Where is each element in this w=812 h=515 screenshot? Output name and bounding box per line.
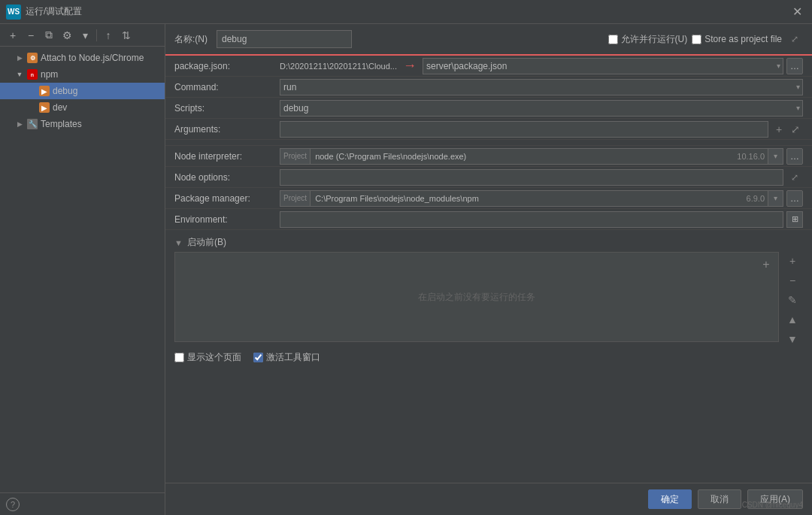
side-buttons: + − ✎ ▲ ▼	[783, 252, 801, 348]
before-launch-section: ▼ 启动前(B) 在启动之前没有要运行的任务 + + − ✎ ▲ ▼	[165, 230, 812, 345]
form-area: 名称:(N) 允许并行运行(U) Store as project file ⤢	[165, 24, 812, 483]
npm-label: npm	[41, 69, 58, 80]
close-button[interactable]: ✕	[788, 3, 806, 21]
allow-parallel-checkbox[interactable]	[608, 35, 618, 44]
dev-label: dev	[53, 102, 67, 113]
scripts-content: debug ▾	[280, 100, 803, 117]
before-launch-container: 在启动之前没有要运行的任务 + + − ✎ ▲ ▼	[174, 252, 779, 342]
before-launch-title: 启动前(B)	[187, 236, 226, 249]
ws-logo: WS	[6, 5, 21, 20]
expand-button[interactable]: ⤢	[786, 31, 803, 47]
interpreter-tag: Project	[280, 149, 311, 164]
bottom-checkboxes: 显示这个页面 激活工具窗口	[165, 345, 812, 370]
attach-icon: ⚙	[27, 53, 38, 63]
interpreter-version: 10.16.0	[737, 152, 768, 161]
package-json-select-wrapper: server\package.json ▾	[423, 58, 783, 74]
tree-item-attach[interactable]: ▶ ⚙ Attach to Node.js/Chrome	[0, 50, 165, 66]
arguments-expand-button[interactable]: ⤢	[788, 122, 803, 137]
tree-item-dev[interactable]: ▶ dev	[0, 99, 165, 116]
scripts-select[interactable]: debug	[280, 100, 803, 117]
tree-arrow-npm: ▼	[15, 70, 24, 79]
name-input[interactable]	[217, 30, 352, 48]
package-manager-version: 6.9.0	[747, 194, 768, 203]
interpreter-dropdown-button[interactable]: ▾	[768, 149, 783, 164]
tree-arrow-attach: ▶	[15, 53, 24, 62]
store-as-project-label[interactable]: Store as project file	[692, 34, 782, 44]
activate-tool-label[interactable]: 激活工具窗口	[253, 351, 320, 364]
attach-label: Attach to Node.js/Chrome	[41, 53, 144, 63]
package-manager-field: Project C:\Program Files\nodejs\node_mod…	[280, 190, 783, 207]
right-panel: 名称:(N) 允许并行运行(U) Store as project file ⤢	[165, 24, 812, 515]
package-json-label: package.json:	[174, 61, 280, 71]
command-label: Command:	[174, 82, 280, 92]
node-options-row: Node options: ⤢	[165, 167, 812, 188]
arguments-label: Arguments:	[174, 124, 280, 135]
arguments-input[interactable]	[280, 121, 768, 138]
checkbox-group: 允许并行运行(U) Store as project file ⤢	[608, 31, 803, 47]
package-manager-dropdown-button[interactable]: ▾	[768, 191, 783, 206]
debug-icon: ▶	[39, 86, 50, 96]
package-manager-content: Project C:\Program Files\nodejs\node_mod…	[280, 190, 803, 207]
spacer-row	[165, 140, 812, 146]
before-launch-add-button[interactable]: +	[759, 257, 774, 272]
environment-input[interactable]	[280, 211, 783, 228]
side-down-button[interactable]: ▼	[783, 330, 801, 348]
node-interpreter-label: Node interpreter:	[174, 151, 280, 162]
debug-label: debug	[53, 86, 77, 96]
help-button[interactable]: ?	[6, 498, 20, 511]
command-row: Command: run ▾	[165, 77, 812, 98]
environment-label: Environment:	[174, 214, 280, 225]
show-page-checkbox[interactable]	[174, 353, 184, 362]
before-launch-header: ▼ 启动前(B)	[174, 236, 803, 249]
node-options-expand-button[interactable]: ⤢	[786, 169, 803, 186]
package-json-path: D:\20201211\20201211\Cloud...	[280, 62, 397, 71]
allow-parallel-label[interactable]: 允许并行运行(U)	[608, 33, 688, 46]
ok-button[interactable]: 确定	[648, 489, 692, 509]
tree-item-templates[interactable]: ▶ 🔧 Templates	[0, 116, 165, 132]
activate-tool-checkbox[interactable]	[253, 353, 263, 362]
side-add-button[interactable]: +	[783, 252, 801, 270]
command-content: run ▾	[280, 79, 803, 95]
node-interpreter-content: Project node (C:\Program Files\nodejs\no…	[280, 148, 803, 165]
watermark: CSDN @niceguy4	[742, 501, 803, 509]
settings-config-button[interactable]: ⚙	[59, 27, 75, 44]
toolbar-separator	[96, 29, 97, 41]
tree-item-npm[interactable]: ▼ n npm	[0, 66, 165, 83]
interpreter-path: node (C:\Program Files\nodejs\node.exe)	[311, 152, 737, 161]
templates-label: Templates	[41, 119, 82, 129]
title-bar-left: WS 运行/调试配置	[6, 5, 82, 20]
package-manager-row: Package manager: Project C:\Program File…	[165, 188, 812, 209]
node-options-input[interactable]	[280, 169, 783, 186]
arguments-add-button[interactable]: +	[771, 122, 786, 137]
scripts-label: Scripts:	[174, 103, 280, 114]
interpreter-browse-button[interactable]: …	[786, 148, 803, 165]
store-as-project-checkbox[interactable]	[692, 35, 701, 44]
before-launch-toggle[interactable]: ▼	[174, 238, 183, 247]
environment-edit-button[interactable]: ⊞	[786, 211, 803, 228]
environment-row: Environment: ⊞	[165, 209, 812, 230]
package-json-content: D:\20201211\20201211\Cloud... → server\p…	[280, 58, 803, 74]
side-edit-button[interactable]: ✎	[783, 291, 801, 309]
move-config-button[interactable]: ↑	[100, 27, 117, 44]
package-manager-label: Package manager:	[174, 193, 280, 204]
package-json-select[interactable]: server\package.json	[423, 58, 783, 74]
show-page-label[interactable]: 显示这个页面	[174, 351, 241, 364]
arguments-content: + ⤢	[280, 121, 803, 138]
window-title: 运行/调试配置	[26, 5, 82, 18]
package-json-row: package.json: D:\20201211\20201211\Cloud…	[165, 56, 812, 77]
tree-area: ▶ ⚙ Attach to Node.js/Chrome ▼ n npm ▶ d…	[0, 47, 165, 492]
package-json-browse-button[interactable]: …	[786, 58, 803, 74]
copy-config-button[interactable]: ⧉	[41, 27, 57, 44]
side-remove-button[interactable]: −	[783, 271, 801, 289]
sort-config-button[interactable]: ⇅	[118, 27, 135, 44]
node-options-label: Node options:	[174, 172, 280, 183]
command-select[interactable]: run	[280, 79, 803, 95]
package-manager-browse-button[interactable]: …	[786, 190, 803, 207]
side-up-button[interactable]: ▲	[783, 311, 801, 329]
cancel-button[interactable]: 取消	[698, 489, 741, 509]
add-config-button[interactable]: +	[5, 27, 21, 44]
before-launch-box: 在启动之前没有要运行的任务 +	[174, 252, 779, 342]
tree-item-debug[interactable]: ▶ debug	[0, 83, 165, 99]
dropdown-config-button[interactable]: ▾	[77, 27, 93, 44]
remove-config-button[interactable]: −	[23, 27, 39, 44]
